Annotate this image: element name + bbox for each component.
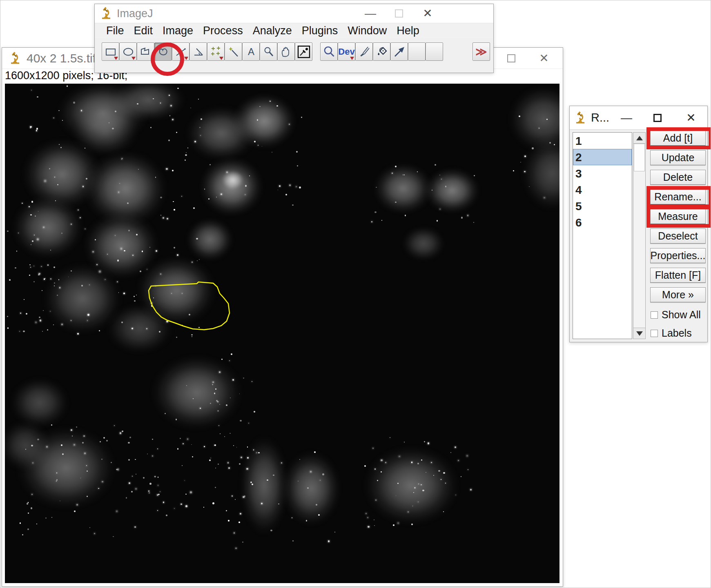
fluorescent-speckle — [31, 90, 32, 91]
menu-window[interactable]: Window — [343, 23, 392, 38]
fluorescent-speckle — [96, 264, 97, 265]
fluorescent-speckle — [395, 202, 396, 203]
maximize-button[interactable] — [648, 106, 667, 129]
roi-button-properties[interactable]: Properties... — [650, 248, 706, 263]
fluorescent-speckle — [51, 424, 52, 426]
fluorescent-speckle — [160, 491, 160, 492]
fluorescent-speckle — [467, 215, 469, 216]
line-icon — [174, 45, 187, 58]
scrollbar-thumb[interactable] — [634, 144, 645, 171]
roi-list-item-6[interactable]: 6 — [573, 214, 632, 231]
roi-button-more[interactable]: More » — [650, 287, 706, 302]
brush-tool[interactable] — [355, 42, 373, 61]
roi-manager-title: R... — [591, 111, 609, 124]
menu-help[interactable]: Help — [392, 23, 424, 38]
maximize-button[interactable] — [502, 48, 521, 69]
roi-list-item-2[interactable]: 2 — [573, 149, 632, 165]
roi-button-add-t[interactable]: Add [t] — [650, 131, 706, 146]
checkbox-box-icon[interactable] — [651, 330, 658, 337]
angle-tool[interactable] — [189, 42, 207, 61]
empty-tool-slot[interactable] — [426, 42, 443, 61]
fluorescent-speckle — [128, 459, 130, 461]
roi-button-flatten-f[interactable]: Flatten [F] — [650, 268, 706, 283]
fluorescent-speckle — [76, 426, 77, 428]
fluorescent-speckle — [174, 209, 175, 210]
freehand-tool[interactable] — [154, 42, 172, 61]
fluorescent-speckle — [132, 476, 133, 477]
roi-button-update[interactable]: Update — [650, 150, 706, 165]
more-tools-button[interactable]: ≫ — [473, 42, 490, 61]
fluorescent-speckle — [203, 507, 204, 508]
wand-tool[interactable] — [225, 42, 242, 61]
menu-plugins[interactable]: Plugins — [297, 23, 343, 38]
close-button[interactable]: ✕ — [418, 4, 437, 23]
menu-image[interactable]: Image — [158, 23, 198, 38]
fluorescent-speckle — [185, 154, 187, 156]
roi-button-measure[interactable]: Measure — [650, 209, 706, 224]
dropper-tool[interactable] — [295, 42, 312, 61]
oval-tool[interactable] — [119, 42, 137, 61]
arrow-tool[interactable] — [390, 42, 408, 61]
roi-button-wrap: Properties... — [650, 248, 706, 263]
dev-tool[interactable]: Dev — [338, 42, 355, 61]
rectangle-tool[interactable] — [102, 42, 119, 61]
point-tool[interactable] — [207, 42, 225, 61]
zoom-tool[interactable] — [320, 42, 338, 61]
fluorescent-speckle — [173, 201, 174, 202]
roi-list-item-3[interactable]: 3 — [573, 165, 632, 182]
checkbox-labels[interactable]: Labels — [651, 327, 706, 339]
scroll-up-icon[interactable] — [633, 133, 645, 144]
fluorescent-speckle — [31, 201, 33, 203]
roi-list-scrollbar[interactable] — [633, 132, 646, 339]
microscopy-image-canvas[interactable] — [5, 84, 559, 583]
line-tool[interactable] — [172, 42, 189, 61]
fluorescent-speckle — [227, 462, 229, 463]
fluorescent-speckle — [240, 420, 241, 422]
fluorescent-speckle — [181, 504, 182, 505]
fill-tool[interactable] — [373, 42, 390, 61]
roi-list-item-1[interactable]: 1 — [573, 133, 632, 149]
menu-edit[interactable]: Edit — [129, 23, 158, 38]
fluorescent-speckle — [252, 381, 252, 382]
scroll-down-icon[interactable] — [633, 328, 645, 339]
magnifier-tool[interactable] — [260, 42, 277, 61]
fluorescent-speckle — [176, 337, 177, 338]
text-tool[interactable]: A — [242, 42, 260, 61]
menu-analyze[interactable]: Analyze — [248, 23, 297, 38]
fluorescent-speckle — [89, 284, 90, 285]
checkbox-show-all[interactable]: Show All — [651, 309, 706, 321]
roi-button-delete[interactable]: Delete — [650, 170, 706, 185]
fluorescent-speckle — [243, 377, 244, 379]
roi-button-rename[interactable]: Rename... — [650, 189, 706, 204]
rect-icon — [104, 45, 117, 58]
close-button[interactable]: ✕ — [535, 48, 553, 69]
minimize-button[interactable]: — — [361, 4, 380, 23]
fluorescent-speckle — [117, 468, 119, 470]
fluorescent-speckle — [152, 455, 153, 457]
roi-list-item-5[interactable]: 5 — [573, 198, 632, 214]
fluorescent-speckle — [176, 132, 177, 133]
fluorescent-speckle — [176, 419, 177, 420]
close-button[interactable]: ✕ — [682, 106, 700, 129]
fluorescent-speckle — [113, 536, 114, 537]
angle-icon — [192, 45, 205, 58]
empty-tool-slot[interactable] — [408, 42, 426, 61]
menu-process[interactable]: Process — [198, 23, 248, 38]
fluorescent-speckle — [129, 437, 131, 438]
fluorescent-speckle — [24, 299, 25, 300]
fluorescent-speckle — [149, 483, 152, 485]
imagej-logo-icon — [10, 51, 21, 66]
checkbox-box-icon[interactable] — [651, 311, 658, 319]
hand-icon — [280, 45, 293, 58]
fluorescent-speckle — [377, 480, 378, 481]
fluorescent-speckle — [218, 464, 218, 464]
menu-file[interactable]: File — [101, 23, 129, 38]
minimize-button[interactable]: — — [617, 106, 636, 129]
polygon-tool[interactable] — [137, 42, 154, 61]
roi-button-deselect[interactable]: Deselect — [650, 229, 706, 244]
hand-tool[interactable] — [277, 42, 295, 61]
fluorescent-speckle — [171, 293, 172, 294]
fluorescent-speckle — [32, 462, 33, 464]
maximize-button[interactable] — [390, 4, 408, 23]
roi-list-item-4[interactable]: 4 — [573, 182, 632, 198]
